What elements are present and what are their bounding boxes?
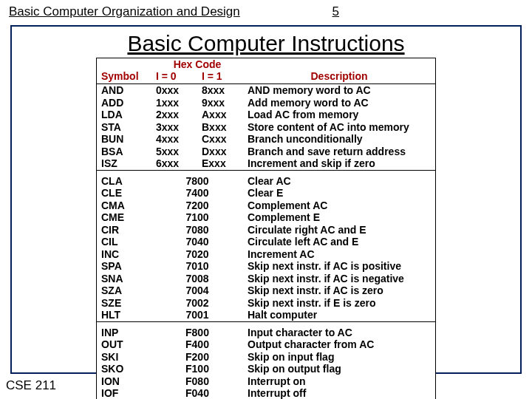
col-i0: I = 0 bbox=[151, 70, 197, 84]
cell-description: Clear E bbox=[243, 187, 435, 200]
cell-description: Skip next instr. if E is zero bbox=[243, 297, 435, 310]
cell-description: AND memory word to AC bbox=[243, 84, 435, 97]
cell-i1: Bxxx bbox=[197, 121, 243, 134]
cell-hex: F040 bbox=[151, 387, 243, 399]
table-row: ADD1xxx9xxxAdd memory word to AC bbox=[97, 97, 435, 109]
cell-description: Skip next instr. if AC is zero bbox=[243, 284, 435, 297]
cell-symbol: CME bbox=[97, 211, 151, 224]
cell-symbol: ION bbox=[97, 375, 151, 388]
cell-i0: 1xxx bbox=[151, 97, 197, 109]
table-row: SPA7010Skip next instr. if AC is positiv… bbox=[97, 260, 435, 273]
table-row: CLE7400Clear E bbox=[97, 187, 435, 200]
slide-title: Basic Computer Instructions bbox=[19, 31, 513, 56]
header: Basic Computer Organization and Design 5 bbox=[9, 4, 339, 19]
cell-symbol: CLE bbox=[97, 187, 151, 200]
header-title: Basic Computer Organization and Design bbox=[9, 4, 240, 18]
table-row: CIL7040Circulate left AC and E bbox=[97, 236, 435, 248]
cell-hex: F080 bbox=[151, 375, 243, 388]
cell-description: Complement AC bbox=[243, 200, 435, 212]
table-row: IONF080Interrupt on bbox=[97, 375, 435, 388]
cell-symbol: STA bbox=[97, 121, 151, 134]
table-row: CIR7080Circulate right AC and E bbox=[97, 224, 435, 236]
cell-symbol: LDA bbox=[97, 109, 151, 121]
hex-code-header: Hex Code bbox=[151, 58, 243, 70]
table-row: LDA2xxxAxxxLoad AC from memory bbox=[97, 109, 435, 121]
col-symbol: Symbol bbox=[97, 70, 151, 84]
cell-symbol: SKI bbox=[97, 351, 151, 364]
table-row: SZE7002Skip next instr. if E is zero bbox=[97, 297, 435, 310]
table-row: AND0xxx8xxxAND memory word to AC bbox=[97, 84, 435, 97]
col-i1: I = 1 bbox=[197, 70, 243, 84]
table-row: CLA7800Clear AC bbox=[97, 175, 435, 188]
table-row: BUN4xxxCxxxBranch unconditionally bbox=[97, 133, 435, 146]
cell-hex: 7040 bbox=[151, 236, 243, 248]
cell-symbol: CIR bbox=[97, 224, 151, 236]
cell-description: Input character to AC bbox=[243, 327, 435, 339]
cell-symbol: BUN bbox=[97, 133, 151, 146]
io-group: INPF800Input character to ACOUTF400Outpu… bbox=[97, 327, 435, 399]
cell-description: Output character from AC bbox=[243, 338, 435, 351]
cell-hex: F200 bbox=[151, 351, 243, 364]
cell-i1: Dxxx bbox=[197, 146, 243, 158]
cell-i0: 3xxx bbox=[151, 121, 197, 134]
cell-description: Clear AC bbox=[243, 175, 435, 188]
cell-description: Complement E bbox=[243, 211, 435, 224]
separator bbox=[97, 170, 435, 175]
cell-symbol: OUT bbox=[97, 338, 151, 351]
cell-symbol: HLT bbox=[97, 309, 151, 321]
cell-i1: 8xxx bbox=[197, 84, 243, 97]
cell-symbol: BSA bbox=[97, 146, 151, 158]
cell-description: Circulate right AC and E bbox=[243, 224, 435, 236]
cell-hex: 7400 bbox=[151, 187, 243, 200]
cell-hex: F400 bbox=[151, 338, 243, 351]
table-row: CME7100Complement E bbox=[97, 211, 435, 224]
cell-i0: 0xxx bbox=[151, 84, 197, 97]
cell-description: Circulate left AC and E bbox=[243, 236, 435, 248]
cell-description: Load AC from memory bbox=[243, 109, 435, 121]
cell-description: Skip next instr. if AC is positive bbox=[243, 260, 435, 273]
cell-hex: 7002 bbox=[151, 297, 243, 310]
slide-page: Basic Computer Organization and Design 5… bbox=[0, 0, 532, 399]
table-row: SZA7004Skip next instr. if AC is zero bbox=[97, 284, 435, 297]
cell-description: Store content of AC into memory bbox=[243, 121, 435, 134]
cell-description: Interrupt off bbox=[243, 387, 435, 399]
cell-hex: 7200 bbox=[151, 200, 243, 212]
cell-description: Increment AC bbox=[243, 248, 435, 261]
table-row: ISZ6xxxExxxIncrement and skip if zero bbox=[97, 157, 435, 170]
instruction-table: Hex Code Symbol I = 0 I = 1 Description … bbox=[96, 58, 436, 399]
cell-description: Skip on input flag bbox=[243, 351, 435, 364]
cell-i1: Exxx bbox=[197, 157, 243, 170]
cell-symbol: CIL bbox=[97, 236, 151, 248]
table-row: HLT7001Halt computer bbox=[97, 309, 435, 321]
cell-i0: 6xxx bbox=[151, 157, 197, 170]
cell-symbol: SZA bbox=[97, 284, 151, 297]
cell-i0: 5xxx bbox=[151, 146, 197, 158]
table-row: STA3xxxBxxxStore content of AC into memo… bbox=[97, 121, 435, 134]
cell-symbol: SNA bbox=[97, 273, 151, 285]
cell-hex: 7020 bbox=[151, 248, 243, 261]
cell-description: Interrupt on bbox=[243, 375, 435, 388]
table-row: SKIF200Skip on input flag bbox=[97, 351, 435, 364]
memory-ref-group: AND0xxx8xxxAND memory word to ACADD1xxx9… bbox=[97, 84, 435, 170]
cell-hex: 7080 bbox=[151, 224, 243, 236]
table-row: INC7020Increment AC bbox=[97, 248, 435, 261]
cell-symbol: AND bbox=[97, 84, 151, 97]
cell-description: Halt computer bbox=[243, 309, 435, 321]
cell-description: Skip next instr. if AC is negative bbox=[243, 273, 435, 285]
table-row: IOFF040Interrupt off bbox=[97, 387, 435, 399]
cell-description: Add memory word to AC bbox=[243, 97, 435, 109]
cell-hex: F800 bbox=[151, 327, 243, 339]
cell-hex: F100 bbox=[151, 363, 243, 375]
cell-symbol: CLA bbox=[97, 175, 151, 188]
cell-i0: 4xxx bbox=[151, 133, 197, 146]
table-row: OUTF400Output character from AC bbox=[97, 338, 435, 351]
table-row: CMA7200Complement AC bbox=[97, 200, 435, 212]
cell-symbol: CMA bbox=[97, 200, 151, 212]
cell-symbol: INC bbox=[97, 248, 151, 261]
cell-symbol: SKO bbox=[97, 363, 151, 375]
cell-symbol: ISZ bbox=[97, 157, 151, 170]
table-row: INPF800Input character to AC bbox=[97, 327, 435, 339]
cell-description: Skip on output flag bbox=[243, 363, 435, 375]
cell-hex: 7004 bbox=[151, 284, 243, 297]
hex-code-header-row: Hex Code bbox=[97, 58, 435, 70]
